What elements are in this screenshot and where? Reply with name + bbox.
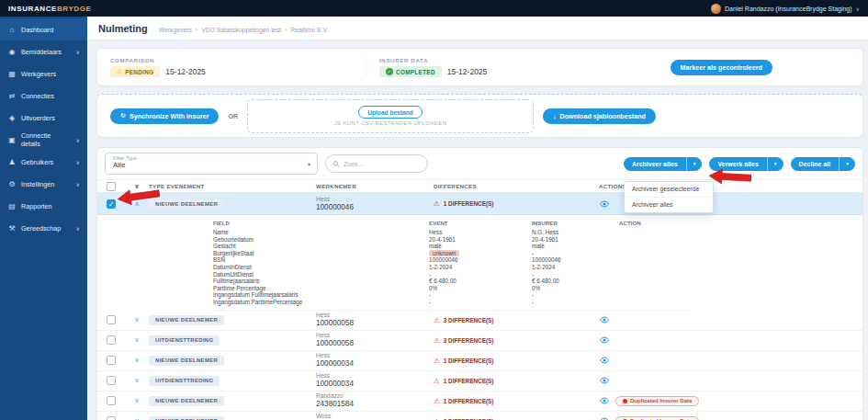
logo-text-primary: INSURANCE	[8, 5, 57, 13]
detail-field: Fulltimejaarsalaris	[213, 278, 429, 285]
sync-insurer-button[interactable]: ↻ Synchronize With Insurer	[110, 108, 219, 124]
row-checkbox[interactable]	[107, 396, 116, 405]
sidebar-item-uitvoerders[interactable]: ◈ Uitvoerders	[0, 107, 87, 129]
chevron-down-icon: ∨	[76, 181, 80, 187]
archive-dropdown-menu: Archiveer geselecteerde Archiveer alles	[624, 181, 714, 213]
chevron-up-icon[interactable]: ∧	[134, 200, 139, 208]
eye-icon	[599, 397, 610, 404]
chevron-down-icon[interactable]: ∨	[134, 357, 139, 364]
warning-icon: ⚠	[434, 377, 440, 385]
select-all-checkbox[interactable]	[107, 182, 116, 191]
view-details-button[interactable]	[599, 336, 610, 344]
table-row[interactable]: ✓ ∧ NIEUWE DEELNEMER Hess 100000046 ⚠ 1 …	[97, 193, 862, 215]
detail-action	[619, 236, 674, 244]
employee-name: Hess	[316, 332, 330, 339]
detail-insurer-value: € 6.480,00	[532, 278, 619, 285]
employee-name: Hess	[316, 372, 330, 380]
table-row[interactable]: ∨ NIEUWE DEELNEMER Hess 100000034 ⚠ 1 DI…	[97, 351, 862, 371]
detail-column-field: FIELD	[213, 218, 429, 229]
view-details-button[interactable]	[599, 397, 610, 404]
detail-insurer-value: male	[532, 243, 619, 250]
table-row[interactable]: ∨ UITDIENSTTREDING Hess 100000058 ⚠ 3 DI…	[97, 331, 862, 351]
event-type-badge: NIEUWE DEELNEMER	[149, 315, 224, 325]
detail-event-value: -	[429, 299, 431, 305]
decline-all-split-button: Decline all ▾	[791, 157, 855, 171]
download-template-button[interactable]: ↓ Download sjabloonbestand	[543, 108, 656, 124]
chevron-down-icon[interactable]: ∨	[134, 316, 139, 324]
breadcrumb-item[interactable]: Werkgevers	[159, 27, 192, 33]
eye-icon	[599, 336, 610, 344]
mark-reviewed-button[interactable]: Markeer als gecontroleerd	[671, 60, 772, 75]
topbar: INSURANCEBRYDGE Daniel Randazzo (Insuran…	[0, 0, 868, 17]
view-details-button[interactable]	[599, 200, 610, 208]
sidebar-item-dashboard[interactable]: ⌂ Dashboard	[0, 18, 87, 40]
view-details-button[interactable]	[599, 357, 610, 364]
sidebar-icon-rapporten: ▤	[7, 202, 17, 210]
table-row[interactable]: ∨ NIEUWE DEELNEMER Hess 100000058 ⚠ 3 DI…	[97, 311, 862, 331]
insurer-data-section: INSURER DATA ✓ COMPLETED 15-12-2025	[366, 57, 671, 77]
row-checkbox[interactable]	[107, 315, 116, 324]
sidebar-item-bemiddelaars[interactable]: ◉ Bemiddelaars ∨	[0, 40, 87, 62]
chevron-down-icon[interactable]: ∨	[134, 336, 139, 344]
column-header-employee: WERKNEMER	[316, 183, 434, 189]
user-menu[interactable]: Daniel Randazzo (InsuranceBrydge Staging…	[711, 4, 860, 14]
process-all-caret-button[interactable]: ▾	[767, 157, 783, 171]
sidebar-item-connecties[interactable]: ⇄ Connecties	[0, 85, 87, 107]
process-all-button[interactable]: Verwerk alles	[709, 157, 766, 171]
employee-number: 100000034	[316, 380, 354, 389]
duplicated-insurer-badge: Duplicated Insurer Data	[615, 416, 699, 420]
detail-insurer-value: 0%	[532, 285, 619, 292]
menu-item-archiveer-geselecteerde[interactable]: Archiveer geselecteerde	[625, 182, 713, 197]
dot-icon	[623, 399, 627, 403]
sidebar-icon-connecties: ⇄	[7, 92, 17, 100]
decline-all-caret-button[interactable]: ▾	[839, 157, 855, 171]
sidebar-item-rapporten[interactable]: ▤ Rapporten	[0, 195, 87, 217]
employee-name: Hess	[316, 312, 330, 319]
sidebar-item-gereedschap[interactable]: ⚒ Gereedschap ∨	[0, 217, 87, 239]
row-checkbox[interactable]	[107, 356, 116, 365]
sidebar-item-connectie-details[interactable]: ▣ Connectie details ∨	[0, 129, 87, 151]
decline-all-button[interactable]: Decline all	[791, 157, 840, 171]
row-checkbox[interactable]	[107, 335, 116, 345]
pending-status-badge: ⚠ PENDING	[110, 66, 160, 77]
chevron-down-icon[interactable]: ∨	[134, 377, 139, 384]
upload-file-button[interactable]: Upload bestand	[358, 106, 422, 119]
search-input[interactable]	[344, 161, 421, 167]
detail-field: Ingangsdatum ParttimePercentage	[213, 299, 429, 306]
sidebar-icon-gebruikers: ♟	[7, 158, 17, 166]
sidebar-item-gebruikers[interactable]: ♟ Gebruikers ∨	[0, 151, 87, 173]
detail-row: Parttime Percentage 0% 0%	[213, 285, 691, 292]
row-checkbox[interactable]: ✓	[107, 199, 116, 209]
table-row[interactable]: ∨ NIEUWE DEELNEMER Randazzo 243801584 ⚠ …	[97, 392, 862, 412]
detail-action	[619, 250, 674, 257]
table-row[interactable]: ∨ NIEUWE DEELNEMER Woss 100000010 ⚠ 2 DI…	[97, 412, 862, 420]
table-row[interactable]: ∨ UITDIENSTTREDING Hess 100000034 ⚠ 1 DI…	[97, 371, 862, 392]
chevron-down-icon[interactable]: ∨	[134, 397, 139, 404]
detail-insurer-value: -	[532, 291, 619, 299]
breadcrumb-item[interactable]: VDO Salariskoppelingen test	[196, 27, 281, 33]
sidebar-item-instellingen[interactable]: ⚙ Instellingen ∨	[0, 173, 87, 195]
archive-all-button[interactable]: Archiveer alles	[624, 157, 686, 171]
breadcrumb-item[interactable]: Realtime B.V.	[285, 27, 328, 33]
sidebar-item-werkgevers[interactable]: ▦ Werkgevers	[0, 62, 87, 85]
search-box[interactable]	[325, 154, 428, 173]
check-icon: ✓	[386, 68, 393, 75]
view-details-button[interactable]	[599, 316, 610, 324]
warning-icon: ⚠	[434, 417, 440, 420]
view-details-button[interactable]	[599, 377, 610, 384]
row-checkbox[interactable]	[107, 376, 116, 385]
upload-hint: JE KUNT CSV BESTANDEN UPLOADEN	[334, 120, 447, 126]
employee-number: 100000058	[316, 319, 354, 328]
sidebar-item-label: Connectie details	[21, 131, 72, 148]
detail-insurer-value: N.G. Hess	[532, 229, 619, 236]
detail-row: Geboortedatum 20-4-1961 20-4-1961	[213, 236, 691, 244]
upload-dropzone[interactable]: Upload bestand JE KUNT CSV BESTANDEN UPL…	[247, 99, 534, 133]
sidebar-item-label: Gebruikers	[21, 158, 53, 166]
detail-row: Ingangsdatum Fulltimejaarsalaris - -	[213, 291, 691, 299]
detail-event-value: € 6.480,00	[429, 278, 457, 284]
detail-row: Fulltimejaarsalaris € 6.480,00 € 6.480,0…	[213, 278, 691, 285]
archive-all-caret-button[interactable]: ▾	[686, 157, 703, 171]
row-checkbox[interactable]	[107, 416, 116, 420]
filter-type-select[interactable]: Filter Type Alle ▾	[105, 153, 318, 175]
menu-item-archiveer-alles[interactable]: Archiveer alles	[625, 197, 713, 212]
